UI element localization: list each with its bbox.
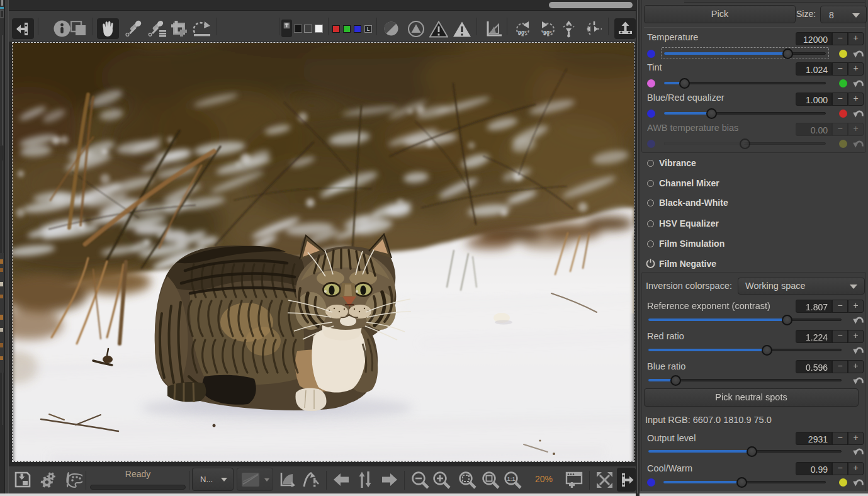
svg-text:1:1: 1:1 [507,476,516,482]
svg-text:90°: 90° [518,30,527,36]
svg-text:90°: 90° [543,30,552,36]
